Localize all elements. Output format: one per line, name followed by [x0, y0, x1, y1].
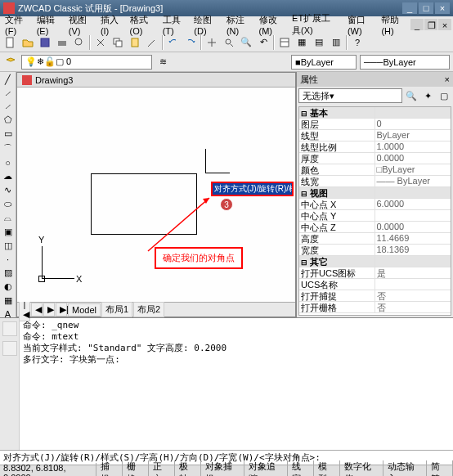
print-icon[interactable] [55, 35, 70, 50]
preview-icon[interactable] [72, 35, 87, 50]
new-icon[interactable] [3, 35, 18, 50]
menu-item[interactable]: 绘图(D) [191, 12, 222, 38]
zoom-window-icon[interactable]: 🔍 [239, 35, 253, 50]
zoom-prev-icon[interactable]: ↶ [256, 35, 271, 50]
property-row[interactable]: 打开UCS图标是 [299, 267, 451, 279]
property-row[interactable]: 图层0 [299, 119, 451, 130]
status-toggle[interactable]: 极轴 [175, 460, 201, 477]
block-icon[interactable]: ◫ [1, 240, 16, 252]
zoom-icon[interactable] [222, 35, 236, 50]
toolpalette-icon[interactable]: ▤ [312, 35, 326, 50]
menu-item[interactable]: 编辑(E) [34, 12, 64, 38]
property-row[interactable]: 线宽—— ByLayer [299, 176, 451, 187]
cut-icon[interactable] [93, 35, 108, 50]
close-button[interactable]: × [435, 2, 450, 14]
xline-icon[interactable]: ⟋ [1, 88, 16, 99]
ellipsearc-icon[interactable]: ⌓ [1, 212, 16, 224]
doc-minimize-button[interactable]: _ [410, 19, 424, 30]
menu-item[interactable]: 插入(I) [97, 12, 125, 38]
layer-manager-icon[interactable] [3, 55, 18, 70]
layout-tab[interactable]: 布局2 [133, 302, 164, 317]
status-toggle[interactable]: 栅格 [123, 460, 149, 477]
property-row[interactable]: UCS名称 [299, 279, 451, 290]
property-row[interactable]: 中心点 X6.0000 [299, 199, 451, 210]
menu-item[interactable]: 帮助(H) [378, 12, 409, 38]
menu-item[interactable]: 工具(T) [159, 12, 190, 38]
menu-item[interactable]: 窗口(W) [344, 12, 377, 38]
property-row[interactable]: 线型ByLayer [299, 130, 451, 141]
status-toggle[interactable]: 模型 [314, 460, 340, 477]
copy-icon[interactable] [110, 35, 125, 50]
hatch-icon[interactable]: ▨ [1, 267, 16, 279]
document-tab[interactable]: Drawing3 [17, 73, 295, 88]
properties-grid[interactable]: 基本图层0线型ByLayer线型比例1.0000厚度0.0000颜色□ByLay… [298, 106, 451, 316]
save-icon[interactable] [38, 35, 52, 50]
doc-restore-button[interactable]: ❐ [424, 19, 437, 30]
circle-icon[interactable]: ○ [1, 157, 16, 168]
undo-icon[interactable] [166, 35, 181, 50]
maximize-button[interactable]: □ [419, 2, 433, 14]
properties-close-icon[interactable]: × [445, 74, 450, 84]
redo-icon[interactable] [183, 35, 198, 50]
line-icon[interactable]: ╱ [1, 74, 16, 86]
layer-prev-icon[interactable]: ≋ [155, 55, 170, 70]
status-toggle[interactable]: 动态输入 [383, 460, 427, 477]
status-toggle[interactable]: 数字化仪 [340, 460, 383, 477]
property-row[interactable]: 打开捕捉否 [299, 290, 451, 302]
revcloud-icon[interactable]: ☁ [1, 170, 16, 182]
property-row[interactable]: 厚度0.0000 [299, 153, 451, 164]
match-icon[interactable] [145, 35, 159, 50]
layout-tab[interactable]: Model [68, 303, 101, 317]
status-toggle[interactable]: 对象捕捉 [201, 460, 244, 477]
status-toggle[interactable]: 对象追踪 [244, 460, 288, 477]
grip-icon[interactable] [2, 341, 17, 356]
property-row[interactable]: 颜色□ByLayer [299, 164, 451, 176]
doc-close-button[interactable]: × [438, 19, 451, 30]
status-toggle[interactable]: 捕捉 [96, 460, 123, 477]
region-icon[interactable]: ◐ [1, 281, 16, 293]
designcenter-icon[interactable]: ▦ [294, 35, 309, 50]
property-row[interactable]: 线型比例1.0000 [299, 141, 451, 153]
property-row[interactable]: 中心点 Y [299, 210, 451, 222]
property-row[interactable]: 高度11.4669 [299, 233, 451, 245]
selection-combo[interactable]: 无选择 ▾ [298, 88, 402, 103]
table-icon[interactable]: ▦ [1, 294, 16, 307]
insert-icon[interactable]: ▣ [1, 226, 16, 238]
menu-item[interactable]: 文件(F) [2, 12, 32, 38]
pan-icon[interactable] [204, 35, 219, 50]
pickadd-icon[interactable]: ✦ [420, 88, 435, 103]
linetype-combo[interactable]: ─── ByLayer [360, 55, 450, 70]
menu-item[interactable]: 标注(N) [223, 12, 254, 38]
property-row[interactable]: 打开栅格否 [299, 302, 451, 313]
status-toggle[interactable]: 正交 [149, 460, 175, 477]
property-row[interactable]: 宽度18.1369 [299, 245, 451, 256]
status-toggle[interactable]: 线宽 [288, 460, 314, 477]
selectobj-icon[interactable]: ▢ [437, 88, 451, 103]
menu-item[interactable]: 格式(O) [127, 12, 158, 38]
tab-nav[interactable]: ◀ [31, 303, 43, 317]
rectangle-icon[interactable]: ▭ [1, 128, 16, 140]
help-icon[interactable]: ? [350, 35, 365, 50]
layout-tab[interactable]: 布局1 [101, 302, 132, 317]
ellipse-icon[interactable]: ⬭ [1, 198, 16, 210]
tab-nav[interactable]: ▶ [43, 303, 55, 317]
calc-icon[interactable]: ▥ [329, 35, 343, 50]
spline-icon[interactable]: ∿ [1, 184, 16, 196]
arc-icon[interactable]: ⌒ [1, 141, 16, 155]
pline-icon[interactable]: ⟋ [1, 101, 16, 112]
tab-nav[interactable]: ▶| [56, 303, 67, 317]
open-icon[interactable] [20, 35, 35, 50]
menu-item[interactable]: 修改(M) [256, 12, 288, 38]
polygon-icon[interactable]: ⬠ [1, 114, 16, 126]
point-icon[interactable]: · [1, 254, 16, 265]
quickselect-icon[interactable]: 🔍 [404, 88, 419, 103]
menu-item[interactable]: 视图(V) [65, 12, 96, 38]
color-combo[interactable]: ■ ByLayer [291, 55, 357, 70]
grip-icon[interactable] [2, 321, 17, 336]
paste-icon[interactable] [128, 35, 142, 50]
properties-icon[interactable] [277, 35, 292, 50]
property-row[interactable]: 中心点 Z0.0000 [299, 222, 451, 233]
status-toggle[interactable]: 简繁 [427, 460, 453, 477]
layer-combo[interactable]: 💡❄🔓▢ 0 [21, 55, 152, 70]
canvas[interactable]: YX 确定我们的对角点 3 对齐方式(J)/旋转(R)/样式(S)/字高(H)/… [17, 88, 295, 302]
